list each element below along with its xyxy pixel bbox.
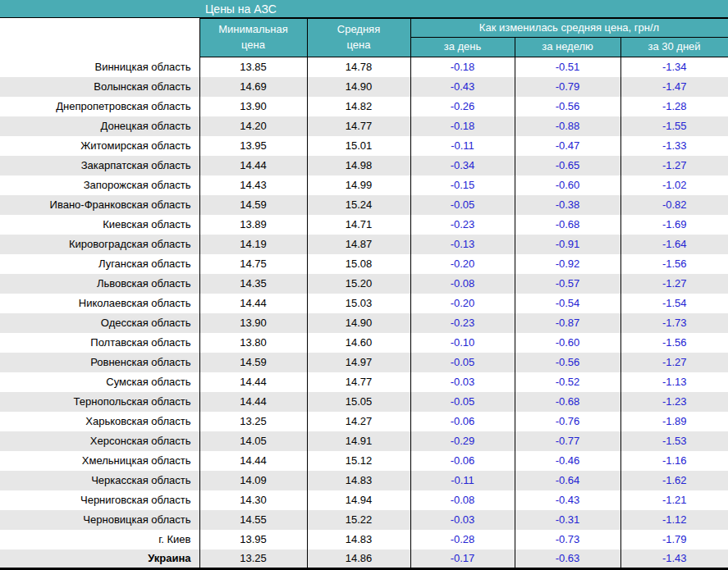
avg-price-cell: 15.08 [307, 254, 410, 274]
table-row: Украина13.2514.86-0.17-0.63-1.43 [0, 549, 728, 569]
min-price-cell: 14.55 [199, 510, 307, 530]
region-name-cell: Киевская область [0, 215, 199, 235]
change-week-cell: -0.92 [515, 254, 620, 274]
avg-price-cell: 14.82 [307, 97, 410, 116]
change-week-cell: -0.47 [515, 136, 620, 156]
region-name-cell: г. Киев [0, 530, 199, 549]
min-price-cell: 14.43 [199, 176, 307, 195]
min-price-cell: 14.75 [199, 254, 307, 274]
change-30days-cell: -1.13 [620, 372, 728, 392]
change-30days-cell: -1.47 [620, 77, 728, 97]
change-week-cell: -0.56 [515, 97, 620, 116]
region-name-cell: Николаевская область [0, 294, 199, 313]
change-day-cell: -0.26 [410, 97, 515, 116]
min-price-cell: 14.59 [199, 195, 307, 215]
change-day-cell: -0.06 [410, 451, 515, 471]
table-row: Тернопольская область14.4415.05-0.05-0.6… [0, 392, 728, 412]
change-30days-cell: -1.43 [620, 549, 728, 569]
avg-price-cell: 15.01 [307, 136, 410, 156]
avg-price-header-line1: Средняя [308, 22, 410, 38]
change-day-cell: -0.23 [410, 313, 515, 333]
change-day-cell: -0.43 [410, 77, 515, 97]
avg-price-cell: 14.91 [307, 431, 410, 451]
change-30days-cell: -1.69 [620, 215, 728, 235]
table-row: Луганская область14.7515.08-0.20-0.92-1.… [0, 254, 728, 274]
region-name-cell: Запорожская область [0, 176, 199, 195]
min-price-cell: 13.95 [199, 136, 307, 156]
change-30days-cell: -1.55 [620, 116, 728, 136]
table-title-bar: Цены на АЗС [0, 0, 728, 18]
fuel-price-page: Цены на АЗС Минимальная цена Средняя цен… [0, 0, 728, 570]
avg-price-cell: 14.27 [307, 412, 410, 431]
table-row: Винницкая область13.8514.78-0.18-0.51-1.… [0, 57, 728, 77]
table-row: Черкасская область14.0914.83-0.11-0.64-1… [0, 471, 728, 490]
change-week-cell: -0.51 [515, 57, 620, 77]
table-row: Черниговская область14.3014.94-0.08-0.43… [0, 490, 728, 510]
avg-price-cell: 14.97 [307, 353, 410, 372]
change-week-cell: -0.46 [515, 451, 620, 471]
min-price-cell: 14.44 [199, 392, 307, 412]
change-30days-cell: -1.27 [620, 274, 728, 294]
table-body: Винницкая область13.8514.78-0.18-0.51-1.… [0, 57, 728, 569]
avg-price-cell: 15.05 [307, 392, 410, 412]
change-day-cell: -0.11 [410, 471, 515, 490]
fuel-price-table: Минимальная цена Средняя цена Как измени… [0, 18, 728, 570]
min-price-header-line1: Минимальная [200, 22, 307, 38]
change-day-cell: -0.18 [410, 57, 515, 77]
change-30days-cell: -1.33 [620, 136, 728, 156]
min-price-cell: 14.05 [199, 431, 307, 451]
region-name-cell: Кировоградская область [0, 235, 199, 254]
region-name-cell: Украина [0, 549, 199, 569]
avg-price-cell: 15.22 [307, 510, 410, 530]
change-day-cell: -0.15 [410, 176, 515, 195]
change-week-cell: -0.79 [515, 77, 620, 97]
change-30days-cell: -1.89 [620, 412, 728, 431]
change-week-cell: -0.65 [515, 156, 620, 176]
region-name-cell: Черниговская область [0, 490, 199, 510]
change-week-cell: -0.60 [515, 333, 620, 353]
table-row: Запорожская область14.4314.99-0.15-0.60-… [0, 176, 728, 195]
change-week-cell: -0.73 [515, 530, 620, 549]
min-price-cell: 13.95 [199, 530, 307, 549]
avg-price-cell: 15.24 [307, 195, 410, 215]
region-name-cell: Житомирская область [0, 136, 199, 156]
region-name-cell: Ровненская область [0, 353, 199, 372]
change-week-cell: -0.31 [515, 510, 620, 530]
change-day-cell: -0.05 [410, 195, 515, 215]
change-30days-cell: -1.79 [620, 530, 728, 549]
min-price-cell: 13.90 [199, 313, 307, 333]
change-day-cell: -0.34 [410, 156, 515, 176]
change-week-cell: -0.38 [515, 195, 620, 215]
change-week-cell: -0.56 [515, 353, 620, 372]
change-day-cell: -0.03 [410, 510, 515, 530]
table-row: Житомирская область13.9515.01-0.11-0.47-… [0, 136, 728, 156]
change-week-cell: -0.64 [515, 471, 620, 490]
change-30days-cell: -1.64 [620, 235, 728, 254]
change-day-cell: -0.05 [410, 392, 515, 412]
avg-price-cell: 15.12 [307, 451, 410, 471]
change-30days-cell: -1.56 [620, 254, 728, 274]
table-row: Волынская область14.6914.90-0.43-0.79-1.… [0, 77, 728, 97]
table-header: Минимальная цена Средняя цена Как измени… [0, 19, 728, 57]
change-per-week-header: за неделю [515, 38, 620, 57]
change-day-cell: -0.29 [410, 431, 515, 451]
avg-price-cell: 14.94 [307, 490, 410, 510]
region-name-cell: Закарпатская область [0, 156, 199, 176]
avg-price-cell: 14.86 [307, 549, 410, 569]
avg-price-cell: 15.20 [307, 274, 410, 294]
region-name-cell: Полтавская область [0, 333, 199, 353]
avg-price-cell: 14.98 [307, 156, 410, 176]
region-name-cell: Львовская область [0, 274, 199, 294]
change-week-cell: -0.68 [515, 392, 620, 412]
region-column-header-blank [0, 19, 199, 57]
region-name-cell: Ивано-Франковская область [0, 195, 199, 215]
min-price-cell: 13.89 [199, 215, 307, 235]
region-name-cell: Винницкая область [0, 57, 199, 77]
change-day-cell: -0.08 [410, 490, 515, 510]
change-day-cell: -0.10 [410, 333, 515, 353]
change-day-cell: -0.13 [410, 235, 515, 254]
table-row: Сумская область14.4414.77-0.03-0.52-1.13 [0, 372, 728, 392]
avg-price-cell: 14.77 [307, 116, 410, 136]
page-title: Цены на АЗС [0, 2, 277, 16]
min-price-cell: 13.90 [199, 97, 307, 116]
